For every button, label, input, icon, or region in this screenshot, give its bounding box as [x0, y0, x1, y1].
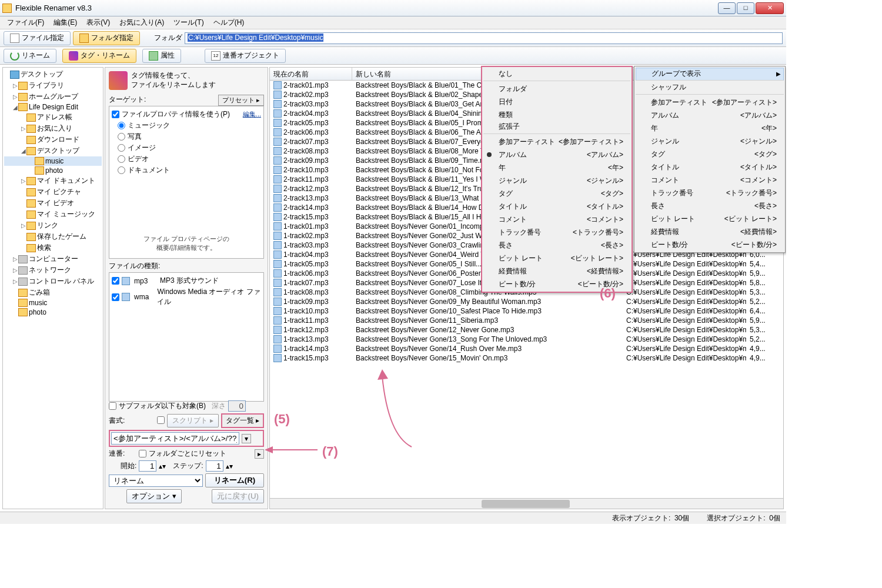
subfolder-checkbox[interactable] [109, 402, 116, 410]
menu-view[interactable]: 表示(V) [82, 16, 115, 29]
attr-mode-button[interactable]: 属性 [142, 49, 181, 63]
target-radio[interactable] [118, 155, 125, 163]
tree-item[interactable]: ◢デスクトップ [4, 145, 102, 156]
menu-item[interactable]: アルバム<アルバム> [636, 109, 784, 122]
file-row[interactable]: 1-track14.mp3Backstreet Boys/Never Gone/… [270, 344, 783, 353]
menu-item[interactable]: 長さ<長さ> [483, 239, 630, 252]
script-checkbox[interactable] [157, 416, 165, 424]
file-spec-button[interactable]: ファイル指定 [4, 31, 71, 45]
col-current-name[interactable]: 現在の名前 [270, 68, 352, 80]
close-button[interactable]: ✕ [756, 2, 784, 14]
tag-rename-mode-button[interactable]: タグ・リネーム [62, 49, 136, 63]
menu-item[interactable]: ジャンル<ジャンル> [483, 174, 630, 187]
rename-mode-button[interactable]: リネーム [4, 49, 56, 63]
folder-path-input[interactable]: C:¥Users¥Life Design Edit¥Desktop¥music [185, 32, 783, 44]
preset-button[interactable]: プリセット ▸ [218, 95, 264, 106]
menu-item[interactable]: シャッフル [636, 82, 784, 95]
file-row[interactable]: 1-track15.mp3Backstreet Boys/Never Gone/… [270, 353, 783, 363]
tree-item[interactable]: ◢Life Design Edit [4, 102, 102, 112]
tree-item[interactable]: マイ ミュージック [4, 209, 102, 220]
tree-item[interactable]: マイ ピクチャ [4, 186, 102, 198]
menu-item[interactable]: 経費情報<経費情報> [636, 225, 784, 238]
menu-file[interactable]: ファイル(F) [2, 16, 49, 29]
target-radio[interactable] [118, 122, 125, 129]
menu-item[interactable]: 参加アーティスト<参加アーティスト> [636, 96, 784, 109]
option-button[interactable]: オプション ▾ [126, 489, 182, 503]
menu-item[interactable]: タグ<タグ> [636, 148, 784, 161]
file-row[interactable]: 1-track10.mp3Backstreet Boys/Never Gone/… [270, 306, 783, 316]
horizontal-scrollbar[interactable] [270, 498, 783, 509]
tree-item[interactable]: 検索 [4, 242, 102, 253]
file-row[interactable]: 1-track11.mp3Backstreet Boys/Never Gone/… [270, 316, 783, 325]
tree-item[interactable]: ▷コントロール パネル [4, 276, 102, 287]
maximize-button[interactable]: □ [737, 2, 754, 14]
tree-item[interactable]: ▷ライブラリ [4, 80, 102, 91]
seq-more-button[interactable]: ▸ [255, 449, 264, 459]
reset-per-folder-checkbox[interactable] [139, 450, 146, 457]
format-input[interactable] [111, 432, 239, 445]
minimize-button[interactable]: — [718, 2, 736, 14]
menu-favorites[interactable]: お気に入り(A) [115, 16, 169, 29]
seq-obj-button[interactable]: 12連番オブジェクト [205, 49, 286, 63]
edit-link[interactable]: 編集... [243, 110, 261, 119]
undo-button[interactable]: 元に戻す(U) [212, 489, 264, 503]
tree-item[interactable]: デスクトップ [4, 69, 102, 80]
menu-item[interactable]: 日付 [483, 95, 630, 108]
menu-item[interactable]: フォルダ [483, 82, 630, 95]
tree-item[interactable]: ごみ箱 [4, 287, 102, 298]
menu-item[interactable]: トラック番号<トラック番号> [483, 226, 630, 239]
tag-list-button[interactable]: タグ一覧 ▸ [221, 413, 264, 428]
menu-item[interactable]: ビット レート<ビット レート> [483, 252, 630, 265]
folder-tree[interactable]: デスクトップ▷ライブラリ▷ホームグループ◢Life Design Editアドレ… [2, 67, 103, 509]
file-row[interactable]: 1-track09.mp3Backstreet Boys/Never Gone/… [270, 297, 783, 306]
folder-spec-button[interactable]: フォルダ指定 [73, 31, 140, 45]
menu-item[interactable]: 年<年> [483, 161, 630, 174]
menu-item[interactable]: トラック番号<トラック番号> [636, 186, 784, 199]
menu-item[interactable]: ビート数/分<ビート数/分> [483, 278, 630, 290]
menu-item[interactable]: タイトル<タイトル> [483, 200, 630, 213]
tree-item[interactable]: music [4, 298, 102, 308]
filetype-checkbox[interactable] [112, 277, 119, 285]
tree-item[interactable]: アドレス帳 [4, 112, 102, 123]
menu-item[interactable]: 長さ<長さ> [636, 199, 784, 212]
menu-item[interactable]: コメント<コメント> [483, 213, 630, 226]
tree-item[interactable]: ▷マイ ドキュメント [4, 175, 102, 186]
menu-help[interactable]: ヘルプ(H) [209, 16, 249, 29]
tree-item[interactable]: ▷お気に入り [4, 123, 102, 134]
depth-input[interactable] [228, 400, 246, 412]
target-radio[interactable] [118, 144, 125, 152]
menu-item[interactable]: ビット レート<ビット レート> [636, 212, 784, 225]
tree-item[interactable]: ▷リンク [4, 220, 102, 231]
tree-item[interactable]: photo [4, 308, 102, 317]
filetype-checkbox[interactable] [112, 293, 119, 301]
menu-item[interactable]: 年<年> [636, 122, 784, 135]
menu-item[interactable]: 拡張子 [483, 121, 630, 134]
menu-item[interactable]: タイトル<タイトル> [636, 161, 784, 173]
use-file-property-checkbox[interactable] [112, 111, 119, 118]
tree-item[interactable]: マイ ビデオ [4, 198, 102, 209]
context-submenu-group[interactable]: グループで表示▶シャッフル参加アーティスト<参加アーティスト>アルバム<アルバム… [634, 66, 786, 253]
rename-mode-select[interactable]: リネーム [109, 475, 203, 487]
menu-item[interactable]: ビート数/分<ビート数/分> [636, 238, 784, 251]
menu-item[interactable]: なし [483, 68, 630, 81]
menu-edit[interactable]: 編集(E) [49, 16, 82, 29]
tree-item[interactable]: ▷ホームグループ [4, 91, 102, 102]
tree-item[interactable]: music [4, 156, 102, 166]
tree-item[interactable]: 保存したゲーム [4, 231, 102, 242]
target-radio[interactable] [118, 133, 125, 141]
menu-item[interactable]: タグ<タグ> [483, 187, 630, 200]
tree-item[interactable]: ▷ネットワーク [4, 265, 102, 276]
tree-item[interactable]: ダウンロード [4, 134, 102, 145]
menu-item[interactable]: グループで表示▶ [636, 68, 784, 81]
tree-item[interactable]: photo [4, 166, 102, 175]
tree-item[interactable]: ▷コンピューター [4, 253, 102, 265]
step-input[interactable] [206, 460, 223, 472]
menu-item[interactable]: 種類 [483, 108, 630, 121]
file-row[interactable]: 1-track13.mp3Backstreet Boys/Never Gone/… [270, 335, 783, 344]
menu-item[interactable]: 経費情報<経費情報> [483, 265, 630, 278]
context-menu-group[interactable]: なしフォルダ日付種類拡張子参加アーティスト<参加アーティスト>アルバム<アルバム… [481, 66, 633, 293]
start-input[interactable] [139, 460, 156, 472]
menu-item[interactable]: アルバム<アルバム> [483, 148, 630, 161]
menu-tool[interactable]: ツール(T) [169, 16, 208, 29]
script-button[interactable]: スクリプト ▸ [167, 414, 218, 427]
